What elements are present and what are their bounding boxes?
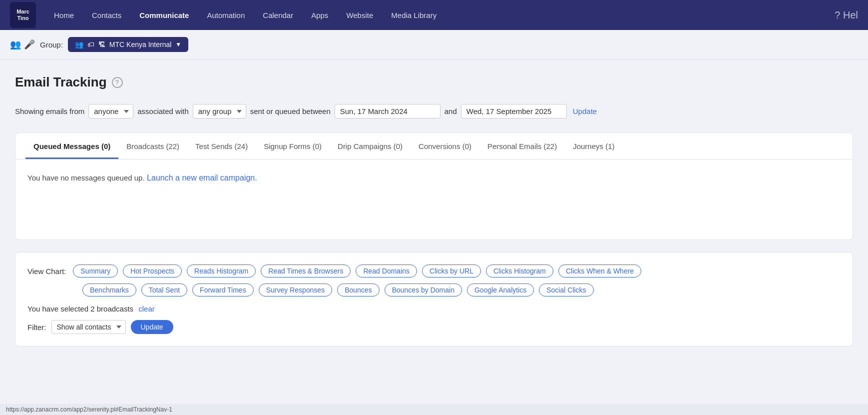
tab-conversions[interactable]: Conversions (0) [411, 133, 479, 159]
group-label: Group: [40, 40, 63, 49]
tabs-header: Queued Messages (0) Broadcasts (22) Test… [15, 133, 853, 160]
chevron-down-icon: ▼ [175, 41, 181, 48]
associated-label: associated with [137, 107, 189, 116]
nav-home[interactable]: Home [46, 7, 82, 24]
chart-tag-google-analytics[interactable]: Google Analytics [467, 284, 534, 296]
filter-contacts-select[interactable]: Show all contacts Opened only Not opened [51, 320, 126, 334]
nav-apps[interactable]: Apps [303, 7, 336, 24]
status-url: https://app.zanacrm.com/app2/serenity.pl… [6, 406, 172, 413]
group-dropdown[interactable]: 👥 🏷 🏗 MTC Kenya Internal ▼ [68, 37, 188, 52]
chart-tag-clicks-by-url[interactable]: Clicks by URL [422, 264, 481, 278]
nav-calendar[interactable]: Calendar [255, 7, 301, 24]
sent-label: sent or queued between [250, 107, 331, 116]
chart-update-button[interactable]: Update [131, 320, 173, 334]
chart-tags-row2: Benchmarks Total Sent Forward Times Surv… [27, 284, 841, 296]
filter-update-button[interactable]: Update [571, 104, 599, 118]
tab-broadcasts[interactable]: Broadcasts (22) [118, 133, 187, 159]
chart-tag-read-times-browsers[interactable]: Read Times & Browsers [261, 264, 351, 278]
chart-tag-reads-histogram[interactable]: Reads Histogram [187, 264, 256, 278]
filter-row: Showing emails from anyone associated wi… [15, 104, 853, 118]
view-chart-row: View Chart: Summary Hot Prospects Reads … [27, 264, 841, 278]
nav-contacts[interactable]: Contacts [84, 7, 129, 24]
nav-right: ? Hel [835, 10, 858, 21]
chart-tag-clicks-histogram[interactable]: Clicks Histogram [486, 264, 553, 278]
chart-tag-benchmarks[interactable]: Benchmarks [82, 284, 136, 296]
chart-tag-social-clicks[interactable]: Social Clicks [539, 284, 593, 296]
tab-queued-messages[interactable]: Queued Messages (0) [25, 133, 118, 159]
help-link[interactable]: ? Hel [835, 10, 858, 21]
chart-tag-read-domains[interactable]: Read Domains [356, 264, 417, 278]
page-title-row: Email Tracking ? [15, 74, 853, 90]
selected-broadcasts-row: You have selected 2 broadcasts clear [27, 304, 841, 313]
tab-personal-emails[interactable]: Personal Emails (22) [479, 133, 565, 159]
chart-tag-hot-prospects[interactable]: Hot Prospects [123, 264, 182, 278]
chart-tag-summary[interactable]: Summary [73, 264, 118, 278]
group-icon-tag: 🏷 [87, 40, 94, 48]
chart-tag-survey-responses[interactable]: Survey Responses [259, 284, 333, 296]
and-label: and [444, 107, 457, 116]
tab-drip-campaigns[interactable]: Drip Campaigns (0) [330, 133, 411, 159]
filter-label: Filter: [27, 323, 46, 332]
from-select[interactable]: anyone [88, 104, 133, 118]
chart-tag-forward-times[interactable]: Forward Times [192, 284, 254, 296]
group-icons: 👥 🎤 [10, 39, 35, 50]
tab-test-sends[interactable]: Test Sends (24) [187, 133, 256, 159]
nav-media-library[interactable]: Media Library [383, 7, 444, 24]
filter-update-row: Filter: Show all contacts Opened only No… [27, 320, 841, 334]
top-nav: MarcTino Home Contacts Communicate Autom… [0, 0, 868, 30]
logo[interactable]: MarcTino [10, 2, 36, 28]
tabs-body: You have no messages queued up. Launch a… [15, 160, 853, 240]
view-chart-label: View Chart: [27, 267, 66, 276]
chart-tag-bounces[interactable]: Bounces [337, 284, 379, 296]
empty-message: You have no messages queued up. [27, 174, 145, 182]
tab-signup-forms[interactable]: Signup Forms (0) [256, 133, 330, 159]
tabs-card: Queued Messages (0) Broadcasts (22) Test… [15, 132, 853, 240]
page-title: Email Tracking [15, 74, 107, 90]
tab-journeys[interactable]: Journeys (1) [565, 133, 622, 159]
launch-campaign-link[interactable]: Launch a new email campaign. [147, 174, 257, 182]
mic-icon: 🎤 [24, 39, 35, 50]
chart-tag-total-sent[interactable]: Total Sent [141, 284, 187, 296]
date-from-input[interactable] [335, 104, 440, 118]
showing-label: Showing emails from [15, 107, 84, 116]
logo-text: MarcTino [16, 8, 29, 22]
group-icon-small: 👥 [75, 40, 83, 48]
group-name: MTC Kenya Internal [109, 40, 172, 48]
nav-website[interactable]: Website [338, 7, 381, 24]
selected-broadcasts-text: You have selected 2 broadcasts [27, 304, 133, 313]
group-bar: 👥 🎤 Group: 👥 🏷 🏗 MTC Kenya Internal ▼ [0, 30, 868, 60]
group-icon-extra: 🏗 [98, 40, 105, 48]
nav-automation[interactable]: Automation [199, 7, 253, 24]
page-help-icon[interactable]: ? [112, 77, 123, 88]
nav-communicate[interactable]: Communicate [131, 7, 197, 24]
nav-links: Home Contacts Communicate Automation Cal… [46, 7, 835, 24]
date-to-input[interactable] [461, 104, 567, 118]
people-icon: 👥 [10, 39, 21, 50]
main-content: Email Tracking ? Showing emails from any… [0, 60, 868, 356]
chart-tag-bounces-by-domain[interactable]: Bounces by Domain [385, 284, 462, 296]
status-bar: https://app.zanacrm.com/app2/serenity.pl… [0, 404, 868, 415]
associated-select[interactable]: any group [193, 104, 246, 118]
chart-card: View Chart: Summary Hot Prospects Reads … [15, 252, 853, 346]
chart-tag-clicks-when-where[interactable]: Clicks When & Where [558, 264, 641, 278]
clear-link[interactable]: clear [138, 304, 155, 313]
